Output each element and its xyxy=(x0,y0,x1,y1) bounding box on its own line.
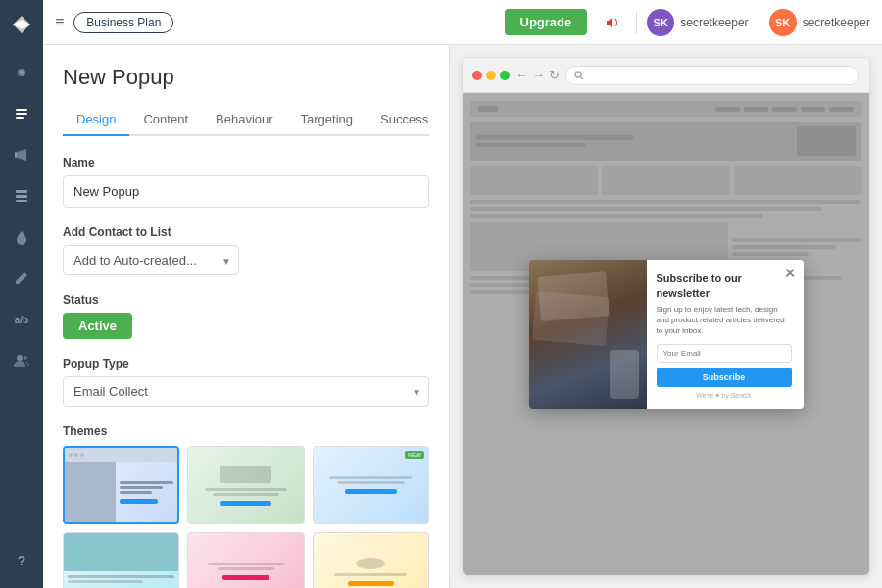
sidebar-item-campaigns[interactable] xyxy=(4,137,39,172)
browser-address-bar[interactable] xyxy=(565,66,859,85)
name-input[interactable] xyxy=(63,175,429,208)
popup-overlay: ✕ Subscribe to our newsletter Sign up to… xyxy=(463,93,869,575)
sidebar-item-list[interactable] xyxy=(4,178,39,214)
tab-success[interactable]: Success xyxy=(367,104,442,136)
popup-type-select-wrapper: Email Collect Opt-in Custom HTML ▼ xyxy=(63,376,429,407)
themes-grid: NEW xyxy=(63,446,429,588)
right-panel: ← → ↻ xyxy=(450,45,882,588)
popup-email-input[interactable] xyxy=(657,344,792,363)
themes-section: Themes xyxy=(63,424,429,588)
popup-body-text: Sign up to enjoy latest tech, design and… xyxy=(657,304,792,337)
tabs-bar: Design Content Behaviour Targeting Succe… xyxy=(63,104,429,136)
theme-card-3[interactable]: NEW xyxy=(313,446,429,524)
popup-type-section: Popup Type Email Collect Opt-in Custom H… xyxy=(63,357,429,407)
sidebar-logo[interactable] xyxy=(7,10,36,39)
svg-point-10 xyxy=(24,356,27,360)
browser-forward[interactable]: → xyxy=(532,68,545,82)
hamburger-button[interactable]: ≡ xyxy=(55,14,64,31)
user-avatar-2[interactable]: SK secretkeeper xyxy=(769,9,870,36)
popup-type-select[interactable]: Email Collect Opt-in Custom HTML xyxy=(63,376,429,407)
upgrade-button[interactable]: Upgrade xyxy=(505,9,588,35)
topbar: ≡ Business Plan Upgrade SK secretkeeper … xyxy=(43,0,882,45)
popup-close-button[interactable]: ✕ xyxy=(784,266,796,281)
svg-rect-8 xyxy=(16,200,27,202)
theme-card-4[interactable] xyxy=(63,532,179,588)
browser-reload[interactable]: ↻ xyxy=(549,68,560,82)
theme-card-1[interactable] xyxy=(63,446,179,524)
browser-nav: ← → ↻ xyxy=(515,68,560,82)
sidebar-item-edit[interactable] xyxy=(4,261,39,296)
contact-select-wrapper: Add to Auto-created... ▼ xyxy=(63,245,239,275)
contact-label: Add Contact to List xyxy=(63,225,429,239)
svg-rect-2 xyxy=(16,109,27,111)
sidebar-item-help[interactable]: ? xyxy=(4,543,39,578)
tab-behaviour[interactable]: Behaviour xyxy=(202,104,287,136)
popup-modal: ✕ Subscribe to our newsletter Sign up to… xyxy=(529,260,804,408)
svg-rect-3 xyxy=(16,113,27,115)
main-area: ≡ Business Plan Upgrade SK secretkeeper … xyxy=(43,0,882,588)
topbar-divider1 xyxy=(636,11,637,34)
theme-preview-1 xyxy=(65,448,177,522)
tab-targeting[interactable]: Targeting xyxy=(287,104,367,136)
popup-type-label: Popup Type xyxy=(63,357,429,370)
tab-content[interactable]: Content xyxy=(129,104,202,136)
svg-rect-4 xyxy=(16,117,24,119)
browser-window-controls xyxy=(472,71,510,80)
popup-body: ✕ Subscribe to our newsletter Sign up to… xyxy=(647,260,804,408)
popup-image-section xyxy=(529,260,647,408)
svg-rect-6 xyxy=(16,190,27,193)
content-area: New Popup Design Content Behaviour Targe… xyxy=(43,45,882,588)
browser-dot-minimize[interactable] xyxy=(486,71,496,80)
avatar-circle-2: SK xyxy=(769,9,797,36)
svg-point-1 xyxy=(20,71,24,74)
theme-card-5[interactable] xyxy=(187,532,304,588)
theme-card-6[interactable] xyxy=(313,532,429,588)
browser-content: ✕ Subscribe to our newsletter Sign up to… xyxy=(463,93,869,575)
browser-dot-close[interactable] xyxy=(472,71,482,80)
browser-back[interactable]: ← xyxy=(515,68,528,82)
left-panel: New Popup Design Content Behaviour Targe… xyxy=(43,45,450,588)
contact-section: Add Contact to List Add to Auto-created.… xyxy=(63,225,429,275)
user-avatar-1[interactable]: SK secretkeeper xyxy=(647,9,748,36)
browser-dot-maximize[interactable] xyxy=(500,71,510,80)
status-section: Status Active xyxy=(63,293,429,339)
sidebar-item-checklist[interactable] xyxy=(4,96,39,131)
tab-design[interactable]: Design xyxy=(63,104,129,136)
sidebar-item-dashboard[interactable] xyxy=(4,55,39,90)
svg-line-12 xyxy=(581,76,584,79)
page-title: New Popup xyxy=(63,65,429,90)
status-label: Status xyxy=(63,293,429,307)
popup-subscribe-button[interactable]: Subscribe xyxy=(657,368,792,387)
sidebar: a/b ? xyxy=(0,0,43,588)
avatar-circle-1: SK xyxy=(647,9,674,36)
svg-rect-7 xyxy=(16,195,27,198)
themes-label: Themes xyxy=(63,424,429,438)
svg-rect-5 xyxy=(15,152,17,158)
status-button[interactable]: Active xyxy=(63,313,132,339)
svg-point-11 xyxy=(575,72,581,77)
sidebar-item-drop[interactable] xyxy=(4,220,39,255)
sidebar-item-users[interactable] xyxy=(4,343,39,378)
name-section: Name xyxy=(63,156,429,208)
username-1: secretkeeper xyxy=(680,16,748,29)
svg-point-9 xyxy=(17,355,23,361)
theme-card-2[interactable] xyxy=(187,446,304,524)
popup-title: Subscribe to our newsletter xyxy=(657,271,792,300)
name-label: Name xyxy=(63,156,429,170)
browser-mockup: ← → ↻ xyxy=(462,57,870,576)
popup-powered-text: We're ♥ by SendX xyxy=(657,392,792,399)
username-2: secretkeeper xyxy=(803,16,870,29)
megaphone-icon[interactable] xyxy=(597,8,626,37)
contact-select[interactable]: Add to Auto-created... xyxy=(63,245,239,275)
plan-badge[interactable]: Business Plan xyxy=(74,12,173,33)
browser-chrome: ← → ↻ xyxy=(463,58,869,93)
sidebar-item-ab[interactable]: a/b xyxy=(4,302,39,337)
topbar-divider2 xyxy=(759,11,760,34)
